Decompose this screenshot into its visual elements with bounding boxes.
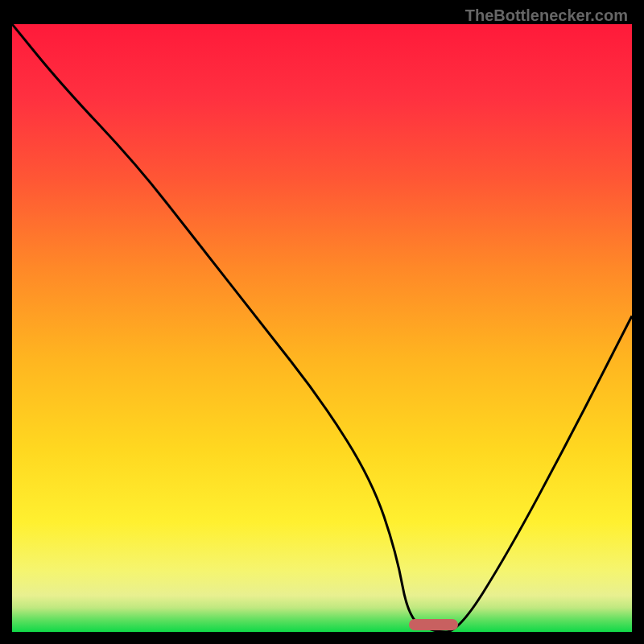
optimal-marker: [409, 619, 459, 630]
watermark-text: TheBottlenecker.com: [465, 6, 628, 25]
bottleneck-curve: [12, 24, 632, 632]
chart-container: [12, 24, 632, 632]
